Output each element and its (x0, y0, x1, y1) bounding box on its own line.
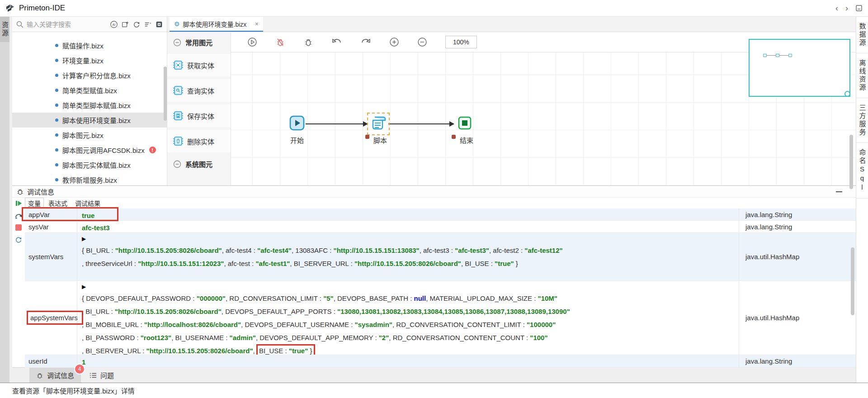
table-row[interactable]: userId 1 java.lang.String (25, 355, 856, 368)
canvas-scrollbar[interactable] (849, 135, 853, 189)
value-token: "http://10.15.15.151:13083" (334, 246, 420, 254)
table-row[interactable]: systemVars ▶{ BI_URL : "http://10.15.15.… (25, 233, 856, 281)
value-token: "http://10.15.15.205:8026/cboard" (146, 347, 253, 355)
palette-item[interactable]: 获取实体 (167, 54, 231, 76)
bizx-bullet-icon (55, 74, 58, 77)
app-title: Primeton-IDE (19, 4, 65, 13)
tree-item[interactable]: 赋值操作.bizx (12, 38, 167, 53)
table-row[interactable]: sysVar afc-test3 java.lang.String (25, 221, 856, 233)
value-token: "afc-test3" (455, 246, 489, 254)
problems-list-icon (90, 372, 97, 379)
back-icon[interactable]: ‹ (835, 4, 838, 12)
palette-group-header[interactable]: 系统图元 (167, 154, 231, 174)
locate-file-icon[interactable] (155, 20, 164, 29)
right-strip-tab-label: 数据源 (858, 23, 867, 47)
right-strip-tab[interactable]: 离线资源 (856, 53, 868, 98)
tree-scrollbar[interactable] (164, 66, 167, 121)
tree-item-label: 脚本图元调用AFCSDK.bizx (62, 145, 145, 155)
forward-icon[interactable]: › (845, 4, 848, 12)
tree-item[interactable]: 教师新增服务.bizx (12, 172, 167, 185)
tree-item[interactable]: 脚本使用环境变量.bizx (12, 113, 167, 128)
debug-tab[interactable]: 变量 (25, 198, 44, 208)
debug-scrollbar[interactable] (851, 247, 854, 315)
value-token: , afc-test : (224, 260, 255, 267)
sort-icon[interactable] (143, 20, 152, 29)
collapse-icon (173, 38, 181, 47)
palette-row: 获取实体 (167, 52, 231, 78)
variable-type-cell: java.util.HashMap (739, 281, 856, 355)
tree-item[interactable]: 脚本图元实体赋值.bizx (12, 157, 167, 172)
end-node[interactable] (458, 116, 472, 132)
value-token: 1 (82, 358, 85, 366)
sidebar-tab-resources[interactable]: 资源 (0, 17, 9, 42)
undo-icon[interactable] (331, 37, 342, 47)
run-icon[interactable] (247, 37, 257, 47)
tree-item[interactable]: 计算客户积分信息.bizx (12, 68, 167, 83)
start-icon (289, 115, 305, 131)
variable-name-cell: userId (25, 355, 77, 367)
value-token: "true" (289, 347, 308, 355)
zoom-out-icon[interactable] (417, 37, 427, 47)
table-row[interactable]: appVar true java.lang.String (25, 208, 856, 221)
minimap-edge (779, 55, 789, 56)
ai-icon[interactable]: AI (109, 20, 118, 29)
tree-item[interactable]: 脚本图元调用AFCSDK.bizx ! (12, 142, 167, 157)
search-input[interactable] (27, 21, 107, 28)
tree-item[interactable]: 简单类型赋值.bizx (12, 83, 167, 98)
refresh-icon[interactable] (132, 20, 141, 29)
palette-row: 删除实体 (167, 128, 231, 154)
palette-group-label: 常用图元 (185, 38, 212, 47)
tab-close-icon[interactable]: × (255, 20, 259, 28)
value-token: , BI_SERVER_URL : (290, 260, 354, 267)
palette-item[interactable]: 删除实体 (167, 130, 231, 152)
step-over-icon[interactable] (15, 212, 23, 219)
start-node[interactable] (289, 115, 305, 133)
value-token: , RD_CONVERSATION_CONTENT_COUNT : (389, 334, 530, 341)
minimap-node (763, 54, 767, 57)
table-row[interactable]: appSystemVars ▶{ DEVOPS_DEFAULT_PASSWORD… (25, 281, 856, 355)
right-strip-tab[interactable]: 数据源 (856, 17, 868, 53)
new-resource-icon[interactable] (121, 20, 130, 29)
debug-tabs: 变量表达式调试结果 (25, 198, 856, 208)
edge-script-end (388, 123, 454, 124)
minimap[interactable] (749, 39, 850, 97)
bizx-bullet-icon (55, 89, 58, 92)
value-token: "13080,13081,13082,13083,13084,13085,130… (337, 308, 570, 315)
zoom-in-icon[interactable] (389, 37, 399, 47)
value-token: , threeServiceUrl : (82, 260, 138, 267)
variable-type-cell: java.lang.String (739, 355, 856, 367)
debug-icon[interactable] (303, 37, 313, 47)
layout-icon[interactable] (855, 5, 863, 12)
value-token: "afc-test12" (524, 246, 562, 254)
breakpoint-marker[interactable] (365, 135, 369, 139)
stop-icon[interactable] (15, 224, 22, 231)
tree-item[interactable]: 脚本图元.bizx (12, 128, 167, 142)
script-node[interactable] (369, 114, 387, 134)
value-token: , DEVOPS_DEFAULT_APP_PORTS : (222, 308, 337, 315)
entity-chip-icon (173, 110, 184, 121)
palette-group-header[interactable]: 常用图元 (167, 32, 231, 52)
minimize-icon[interactable] (836, 191, 842, 192)
right-strip-tab[interactable]: 三方服务 (856, 98, 868, 143)
palette-item[interactable]: 保存实体 (167, 104, 231, 127)
tab-problems[interactable]: 问题 (83, 368, 121, 383)
variable-type-cell: java.util.HashMap (739, 233, 856, 280)
resume-icon[interactable] (15, 200, 22, 207)
entity-chip-icon (173, 85, 184, 96)
breakpoint-marker[interactable] (452, 135, 456, 139)
zoom-level[interactable]: 100% (445, 36, 477, 48)
tab-debug-info[interactable]: 调试信息 (29, 368, 81, 383)
debug-terminate-icon[interactable] (275, 37, 285, 47)
tree-item[interactable]: 简单类型脚本赋值.bizx (12, 98, 167, 113)
palette-item[interactable]: 查询实体 (167, 79, 231, 102)
editor-tab-active[interactable]: ⚙ 脚本使用环境变量.bizx × (170, 17, 263, 32)
minimap-resize-handle[interactable] (844, 91, 850, 97)
value-token: "5" (323, 294, 334, 302)
debug-tab[interactable]: 调试结果 (72, 198, 104, 208)
debug-tab[interactable]: 表达式 (45, 198, 71, 208)
tree-item[interactable]: 环境变量.bizx (12, 53, 167, 68)
value-token: { BI_URL : (82, 246, 115, 254)
right-strip-tab[interactable]: 命名Sql (856, 143, 868, 199)
redo-icon[interactable] (360, 37, 371, 47)
rerun-icon[interactable] (15, 236, 22, 243)
